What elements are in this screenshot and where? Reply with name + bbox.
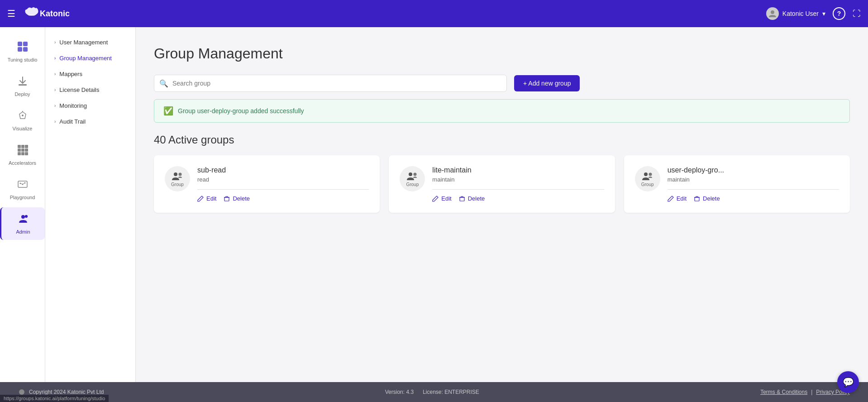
chevron-right-icon: › [54, 103, 56, 108]
svg-point-22 [21, 215, 25, 219]
sub-sidebar-item-mappers[interactable]: › Mappers [45, 66, 135, 82]
sidebar-item-accelerators[interactable]: Accelerators [0, 139, 45, 171]
group-card-sub-read: Group sub-read read Edit Delete [154, 155, 380, 213]
footer-right: Terms & Conditions | Privacy Policy [760, 389, 850, 395]
sidebar-item-label: Accelerators [9, 160, 36, 166]
deploy-icon [17, 75, 29, 90]
chevron-right-icon: › [54, 72, 56, 77]
page-title: Group Management [154, 45, 850, 62]
delete-group-button-1[interactable]: Delete [459, 195, 485, 202]
svg-rect-4 [18, 47, 22, 52]
svg-rect-30 [460, 197, 464, 201]
group-info-user-deploy-gro: user-deploy-gro... maintain Edit Delete [668, 166, 839, 202]
edit-icon-0 [197, 196, 204, 202]
admin-icon [17, 213, 29, 227]
group-actions-0: Edit Delete [197, 195, 369, 202]
sidebar-item-label: Admin [16, 229, 30, 234]
help-icon[interactable]: ? [833, 7, 845, 20]
sidebar-item-label: Deploy [14, 91, 30, 97]
svg-point-24 [174, 172, 177, 176]
group-actions-2: Edit Delete [668, 195, 839, 202]
sub-sidebar-label: User Management [59, 39, 108, 46]
group-avatar-user-deploy-gro: Group [635, 166, 660, 191]
svg-rect-17 [25, 152, 28, 155]
sub-sidebar-label: License Details [59, 86, 99, 93]
edit-group-button-0[interactable]: Edit [197, 195, 216, 202]
toolbar: 🔍 + Add new group [154, 75, 850, 92]
sub-sidebar: › User Management › Group Management › M… [45, 27, 136, 382]
search-wrapper: 🔍 [154, 75, 507, 92]
group-name-2: user-deploy-gro... [668, 166, 839, 174]
svg-rect-16 [21, 152, 24, 155]
svg-rect-13 [21, 148, 24, 152]
delete-icon-2 [694, 196, 700, 202]
group-info-sub-read: sub-read read Edit Delete [197, 166, 369, 202]
avatar-label-2: Group [641, 182, 654, 187]
success-message: Group user-deploy-group added successful… [178, 107, 304, 115]
sidebar-item-deploy[interactable]: Deploy [0, 70, 45, 102]
chevron-right-icon: › [54, 40, 56, 45]
left-sidebar: Tuning studio Deploy Visualize [0, 27, 45, 382]
svg-point-32 [644, 172, 648, 176]
svg-point-28 [409, 172, 412, 176]
edit-icon-1 [432, 196, 439, 202]
footer-copyright: Copyright 2024 Katonic Pvt Ltd [29, 389, 104, 395]
group-divider-2 [668, 189, 839, 190]
svg-point-7 [22, 115, 24, 116]
edit-group-button-2[interactable]: Edit [668, 195, 687, 202]
edit-icon-2 [668, 196, 674, 202]
svg-rect-5 [23, 47, 28, 52]
group-name-0: sub-read [197, 166, 369, 174]
sidebar-item-visualize[interactable]: Visualize [0, 104, 45, 137]
playground-icon [17, 178, 29, 193]
sub-sidebar-label: Mappers [59, 71, 82, 77]
svg-point-33 [649, 172, 652, 176]
success-check-icon: ✅ [163, 106, 173, 116]
hamburger-icon[interactable]: ☰ [7, 8, 15, 19]
expand-icon[interactable]: ⛶ [853, 9, 861, 19]
groups-grid: Group sub-read read Edit Delete [154, 155, 850, 213]
footer-separator: | [811, 389, 812, 395]
sub-sidebar-item-group-management[interactable]: › Group Management [45, 50, 135, 66]
chevron-right-icon: › [54, 87, 56, 92]
delete-group-button-2[interactable]: Delete [694, 195, 720, 202]
svg-rect-11 [25, 145, 28, 148]
footer: Copyright 2024 Katonic Pvt Ltd Version: … [0, 382, 868, 402]
visualize-icon [17, 110, 29, 124]
svg-rect-14 [25, 148, 28, 152]
search-input[interactable] [154, 75, 507, 92]
sidebar-item-playground[interactable]: Playground [0, 173, 45, 206]
svg-rect-6 [19, 84, 27, 86]
user-menu[interactable]: Katonic User ▾ [766, 7, 825, 20]
edit-group-button-1[interactable]: Edit [432, 195, 451, 202]
svg-point-36 [19, 389, 24, 395]
group-role-1: maintain [432, 176, 604, 183]
terms-conditions-link[interactable]: Terms & Conditions [760, 389, 807, 395]
sub-sidebar-item-user-management[interactable]: › User Management [45, 34, 135, 50]
group-name-1: lite-maintain [432, 166, 604, 174]
delete-icon-0 [224, 196, 230, 202]
chevron-right-icon: › [54, 119, 56, 124]
chat-icon: 💬 [843, 377, 854, 388]
group-card-user-deploy-gro: Group user-deploy-gro... maintain Edit D… [624, 155, 850, 213]
sidebar-item-admin[interactable]: Admin [0, 207, 45, 240]
avatar-label-1: Group [406, 182, 419, 187]
sub-sidebar-item-license-details[interactable]: › License Details [45, 82, 135, 98]
sidebar-item-label: Visualize [13, 126, 33, 131]
top-navigation: ☰ Katonic Katonic User ▾ ? ⛶ [0, 0, 868, 27]
footer-version-license: Version: 4.3 License: ENTERPRISE [385, 389, 479, 395]
svg-point-1 [771, 10, 774, 14]
main-layout: Tuning studio Deploy Visualize [0, 27, 868, 382]
chat-bubble-button[interactable]: 💬 [837, 371, 859, 393]
sub-sidebar-item-monitoring[interactable]: › Monitoring [45, 98, 135, 114]
add-new-group-button[interactable]: + Add new group [514, 75, 580, 91]
sub-sidebar-label: Group Management [59, 55, 112, 62]
sidebar-item-tuning-studio[interactable]: Tuning studio [0, 35, 45, 68]
user-avatar [766, 7, 779, 20]
user-chevron: ▾ [822, 10, 825, 17]
delete-group-button-0[interactable]: Delete [224, 195, 250, 202]
sub-sidebar-item-audit-trail[interactable]: › Audit Trail [45, 114, 135, 129]
tuning-studio-icon [17, 41, 29, 55]
group-divider-0 [197, 189, 369, 190]
active-groups-title: 40 Active groups [154, 134, 850, 146]
